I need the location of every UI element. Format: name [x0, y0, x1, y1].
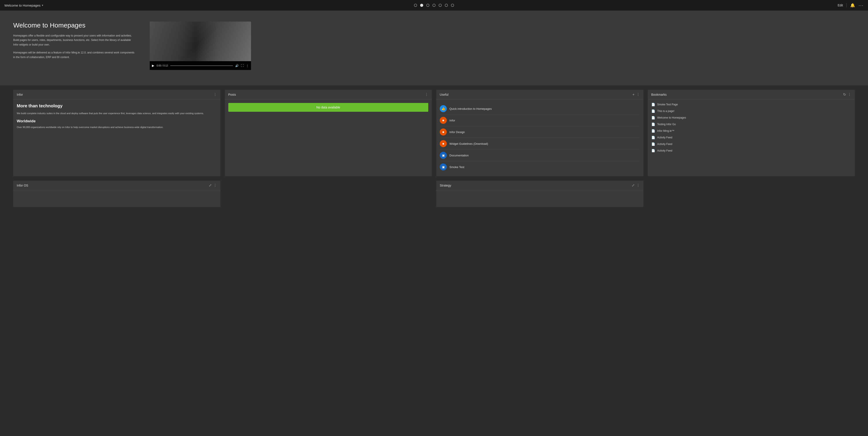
- hero-desc-2: Homepages will be delivered as a feature…: [13, 51, 136, 59]
- widget-infor-more-button[interactable]: ⋮: [213, 92, 217, 97]
- useful-item-label: Infor: [450, 119, 455, 122]
- video-controls: ▶ 0:00 / 0:12 🔊 ⛶ ⋮: [150, 61, 251, 70]
- widget-bookmarks-more-button[interactable]: ⋮: [848, 92, 851, 97]
- bookmark-item-label: Welcome to Homepages: [657, 116, 686, 119]
- infor-article-body-2: Over 90,000 organizations worldwide rely…: [17, 125, 217, 129]
- widget-empty-2: [225, 180, 432, 207]
- more-menu-button[interactable]: ···: [859, 3, 864, 8]
- page-title-nav[interactable]: Welcome to Homepages ▾: [4, 3, 43, 7]
- widget-empty-4: [648, 180, 855, 207]
- refresh-icon: ↻: [843, 92, 846, 97]
- widget-infor-os-more-button[interactable]: ⋮: [213, 183, 217, 188]
- edit-button[interactable]: Edit: [838, 3, 843, 7]
- widget-infor-os-body: [13, 190, 220, 207]
- video-frame: [150, 22, 251, 61]
- infor-article-body-1: We build complete industry suites in the…: [17, 111, 217, 115]
- widget-posts-title: Posts: [228, 93, 236, 96]
- widget-infor-os-actions: ⤢ ⋮: [209, 183, 217, 188]
- page-dot-2[interactable]: [420, 4, 423, 7]
- page-title-text: Welcome to Homepages: [4, 3, 40, 7]
- widgets-row-2: Infor OS ⤢ ⋮ Strategy ⤢ ⋮: [0, 180, 868, 211]
- bookmark-list-item[interactable]: 📄Activity Feed: [651, 134, 851, 141]
- widget-strategy-more-button[interactable]: ⋮: [637, 183, 640, 188]
- page-dot-3[interactable]: [426, 4, 429, 7]
- widget-strategy: Strategy ⤢ ⋮: [436, 180, 643, 207]
- bookmark-list-item[interactable]: 📄Activity Feed: [651, 141, 851, 147]
- useful-list-item[interactable]: ■Infor Design: [440, 126, 640, 138]
- useful-item-icon: 👍: [440, 105, 447, 112]
- widget-bookmarks-refresh-button[interactable]: ↻: [843, 92, 846, 97]
- widget-bookmarks-body: 📄Smoke Test Page📄This is a page!📄Welcome…: [648, 99, 855, 152]
- widget-posts-actions: ⋮: [425, 92, 428, 97]
- useful-list-item[interactable]: ■Widget Guidelines (Download): [440, 138, 640, 149]
- useful-item-label: Widget Guidelines (Download): [450, 142, 488, 145]
- widget-infor-body: More than technology We build complete i…: [13, 99, 220, 152]
- bookmark-list-item[interactable]: 📄Infor Ming.le™: [651, 128, 851, 134]
- hero-desc-1: Homepages offer a flexible and configura…: [13, 33, 136, 47]
- external-link-icon-strategy: ⤢: [632, 183, 634, 188]
- useful-list-item[interactable]: 👍Quick introduction to Homepages: [440, 103, 640, 114]
- bell-icon: 🔔: [850, 3, 855, 8]
- useful-list-item[interactable]: ▣Smoke Test: [440, 161, 640, 173]
- volume-button[interactable]: 🔊: [235, 64, 239, 67]
- hero-video-player[interactable]: ▶ 0:00 / 0:12 🔊 ⛶ ⋮: [150, 22, 251, 70]
- three-dots-icon: ⋮: [213, 92, 217, 97]
- plus-icon: +: [632, 93, 634, 97]
- infor-article-title: More than technology: [17, 103, 217, 109]
- widget-useful-more-button[interactable]: ⋮: [637, 92, 640, 97]
- video-progress-bar[interactable]: [170, 65, 233, 66]
- useful-item-icon: ■: [440, 140, 447, 147]
- widget-bookmarks: Bookmarks ↻ ⋮ 📄Smoke Test Page📄This is a…: [648, 90, 855, 176]
- page-dot-4[interactable]: [432, 4, 436, 7]
- top-nav-actions: Edit 🔔 ···: [838, 3, 864, 8]
- bookmark-item-label: This is a page!: [657, 109, 675, 113]
- widget-infor-actions: ⋮: [213, 92, 217, 97]
- video-time: 0:00 / 0:12: [157, 64, 168, 67]
- widget-posts-body: No data available: [225, 99, 432, 176]
- widget-useful-actions: + ⋮: [632, 92, 640, 97]
- useful-item-icon: ▣: [440, 163, 447, 170]
- widget-bookmarks-header: Bookmarks ↻ ⋮: [648, 90, 855, 99]
- bookmark-item-label: Smoke Test Page: [657, 103, 678, 106]
- bookmark-item-label: Activity Feed: [657, 142, 673, 146]
- play-button[interactable]: ▶: [152, 64, 154, 67]
- widget-bookmarks-actions: ↻ ⋮: [843, 92, 851, 97]
- video-more-button[interactable]: ⋮: [246, 64, 249, 67]
- bookmark-list-item[interactable]: 📄This is a page!: [651, 108, 851, 114]
- bookmark-list-item[interactable]: 📄Activity Feed: [651, 147, 851, 152]
- useful-list-item[interactable]: ■Infor: [440, 114, 640, 126]
- bookmark-item-label: Testing Infor Go: [657, 123, 676, 126]
- bookmark-list-item[interactable]: 📄Smoke Test Page: [651, 101, 851, 108]
- bookmark-page-icon: 📄: [651, 142, 655, 146]
- bookmark-list-item[interactable]: 📄Welcome to Homepages: [651, 114, 851, 121]
- widget-strategy-external-button[interactable]: ⤢: [632, 183, 634, 188]
- useful-item-icon: ▣: [440, 152, 447, 159]
- no-data-banner: No data available: [228, 103, 429, 112]
- bookmark-item-label: Activity Feed: [657, 149, 673, 152]
- page-dot-1[interactable]: [414, 4, 417, 7]
- widget-strategy-header: Strategy ⤢ ⋮: [436, 180, 643, 190]
- useful-item-label: Documentation: [450, 154, 469, 157]
- hero-title: Welcome to Homepages: [13, 22, 136, 29]
- useful-item-icon: ■: [440, 117, 447, 124]
- bookmark-page-icon: 📄: [651, 129, 655, 133]
- more-horiz-icon: ···: [859, 3, 864, 8]
- useful-item-label: Quick introduction to Homepages: [450, 107, 492, 110]
- widget-bookmarks-title: Bookmarks: [651, 93, 667, 96]
- widget-useful-add-button[interactable]: +: [632, 93, 634, 97]
- external-link-icon: ⤢: [209, 183, 212, 188]
- three-dots-icon-useful: ⋮: [637, 92, 640, 97]
- fullscreen-button[interactable]: ⛶: [241, 64, 244, 67]
- notifications-button[interactable]: 🔔: [850, 3, 855, 8]
- bookmark-list-item[interactable]: 📄Testing Infor Go: [651, 121, 851, 128]
- page-dot-5[interactable]: [439, 4, 442, 7]
- widget-infor-os-title: Infor OS: [17, 184, 28, 187]
- page-dot-7[interactable]: [451, 4, 454, 7]
- widgets-row-1: Infor ⋮ More than technology We build co…: [0, 86, 868, 180]
- page-dot-6[interactable]: [445, 4, 448, 7]
- widget-useful-header: Useful + ⋮: [436, 90, 643, 99]
- useful-list-item[interactable]: ▣Documentation: [440, 149, 640, 161]
- top-nav: Welcome to Homepages ▾ Edit 🔔 ···: [0, 0, 868, 10]
- widget-infor-os-external-button[interactable]: ⤢: [209, 183, 212, 188]
- widget-posts-more-button[interactable]: ⋮: [425, 92, 428, 97]
